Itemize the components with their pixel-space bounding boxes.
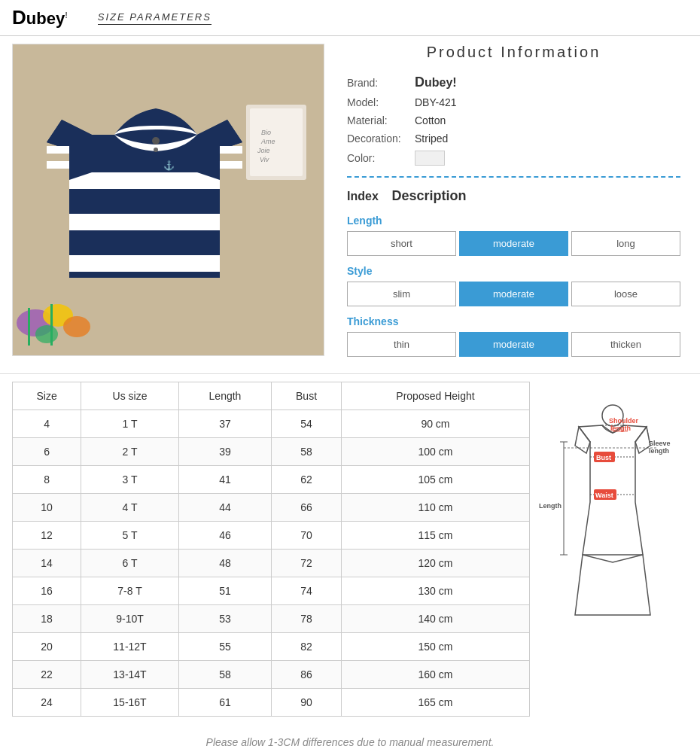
col-us-size: Us size — [81, 382, 179, 410]
style-param: Style slim moderate loose — [347, 265, 680, 306]
style-label: Style — [347, 265, 680, 277]
svg-rect-21 — [220, 146, 242, 154]
svg-text:Joie: Joie — [257, 147, 270, 154]
svg-rect-22 — [220, 161, 242, 169]
table-row: 2415-16T6190165 cm — [13, 689, 530, 717]
model-value: DBY-421 — [415, 96, 457, 108]
svg-point-3 — [63, 316, 90, 337]
thickness-btn-thin[interactable]: thin — [347, 332, 456, 357]
desc-word: Description — [392, 188, 467, 203]
thickness-btn-thicken[interactable]: thicken — [571, 332, 680, 357]
color-row: Color: — [347, 151, 680, 166]
size-table: Size Us size Length Bust Proposed Height… — [12, 382, 530, 717]
svg-point-16 — [152, 137, 160, 145]
svg-text:length: length — [649, 447, 669, 455]
svg-rect-14 — [69, 214, 220, 230]
svg-text:Shoulder: Shoulder — [609, 417, 638, 425]
thickness-label: Thickness — [347, 315, 680, 327]
svg-rect-8 — [250, 108, 303, 176]
svg-point-4 — [35, 325, 58, 343]
material-label: Material: — [347, 114, 415, 126]
thickness-btn-moderate[interactable]: moderate — [459, 332, 568, 357]
index-description: Index Description — [347, 188, 680, 204]
divider — [347, 176, 680, 178]
col-height: Proposed Height — [341, 382, 529, 410]
model-label: Model: — [347, 96, 415, 108]
length-param: Length short moderate long — [347, 215, 680, 256]
table-row: 146 T4872120 cm — [13, 550, 530, 577]
decoration-value: Striped — [415, 132, 448, 145]
index-word: Index — [347, 190, 379, 202]
style-btn-loose[interactable]: loose — [571, 282, 680, 306]
col-length: Length — [178, 382, 271, 410]
decoration-row: Decoration: Striped — [347, 132, 680, 145]
svg-rect-5 — [28, 308, 30, 346]
col-size: Size — [13, 382, 81, 410]
material-row: Material: Cotton — [347, 114, 680, 126]
model-row: Model: DBY-421 — [347, 96, 680, 108]
footer-note: Please allow 1-3CM differences due to ma… — [0, 724, 700, 752]
table-row: 2213-14T5886160 cm — [13, 661, 530, 689]
brand-label: Brand: — [347, 77, 415, 89]
table-row: 104 T4466110 cm — [13, 494, 530, 522]
length-label: Length — [347, 215, 680, 227]
decoration-label: Decoration: — [347, 132, 415, 145]
table-row: 2011-12T5582150 cm — [13, 633, 530, 661]
col-bust: Bust — [272, 382, 342, 410]
footer-text: Please allow 1-3CM differences due to ma… — [206, 736, 495, 748]
table-row: 167-8 T5174130 cm — [13, 577, 530, 605]
svg-text:Bust: Bust — [596, 454, 611, 461]
product-info-title: Product Information — [347, 44, 680, 61]
svg-point-17 — [154, 148, 158, 152]
svg-rect-6 — [50, 304, 53, 346]
svg-text:⚓: ⚓ — [163, 160, 175, 171]
dress-diagram: Shoulder length Sleeve length Bust Waist… — [537, 389, 688, 716]
style-btn-moderate[interactable]: moderate — [459, 282, 568, 306]
brand-row: Brand: Dubey! — [347, 75, 680, 90]
svg-rect-15 — [69, 255, 220, 272]
length-btn-long[interactable]: long — [571, 231, 680, 256]
page-header: Dubey! SIZE PARAMETERS — [0, 0, 700, 36]
brand-value: Dubey! — [415, 75, 457, 90]
svg-rect-19 — [47, 146, 69, 154]
table-row: 125 T4670115 cm — [13, 522, 530, 550]
table-wrapper: Size Us size Length Bust Proposed Height… — [12, 382, 688, 717]
color-swatch — [415, 151, 445, 166]
length-btn-moderate[interactable]: moderate — [459, 231, 568, 256]
length-btn-short[interactable]: short — [347, 231, 456, 256]
svg-text:Viv: Viv — [260, 156, 269, 163]
top-section: Bio Ame Joie Viv ⚓ — [0, 36, 700, 373]
table-row: 41 T375490 cm — [13, 410, 530, 438]
product-image: Bio Ame Joie Viv ⚓ — [12, 44, 324, 356]
thickness-param: Thickness thin moderate thicken — [347, 315, 680, 357]
thickness-buttons: thin moderate thicken — [347, 332, 680, 357]
page-title: SIZE PARAMETERS — [98, 11, 212, 25]
style-btn-slim[interactable]: slim — [347, 282, 456, 306]
color-label: Color: — [347, 152, 415, 164]
svg-text:Waist: Waist — [595, 492, 613, 499]
svg-rect-13 — [69, 172, 220, 189]
table-row: 62 T3958100 cm — [13, 438, 530, 466]
svg-text:Bio: Bio — [261, 129, 271, 136]
svg-text:length: length — [610, 425, 631, 432]
product-info-panel: Product Information Brand: Dubey! Model:… — [339, 44, 688, 366]
svg-text:Ame: Ame — [260, 138, 275, 145]
svg-text:Length: Length — [539, 502, 562, 510]
table-row: 83 T4162105 cm — [13, 466, 530, 494]
svg-text:Sleeve: Sleeve — [649, 440, 671, 447]
style-buttons: slim moderate loose — [347, 282, 680, 306]
table-header-row: Size Us size Length Bust Proposed Height — [13, 382, 530, 410]
table-row: 189-10T5378140 cm — [13, 605, 530, 633]
svg-rect-20 — [47, 161, 69, 169]
length-buttons: short moderate long — [347, 231, 680, 256]
brand-logo: Dubey! — [12, 6, 68, 29]
material-value: Cotton — [415, 114, 446, 126]
table-section: Size Us size Length Bust Proposed Height… — [0, 373, 700, 724]
